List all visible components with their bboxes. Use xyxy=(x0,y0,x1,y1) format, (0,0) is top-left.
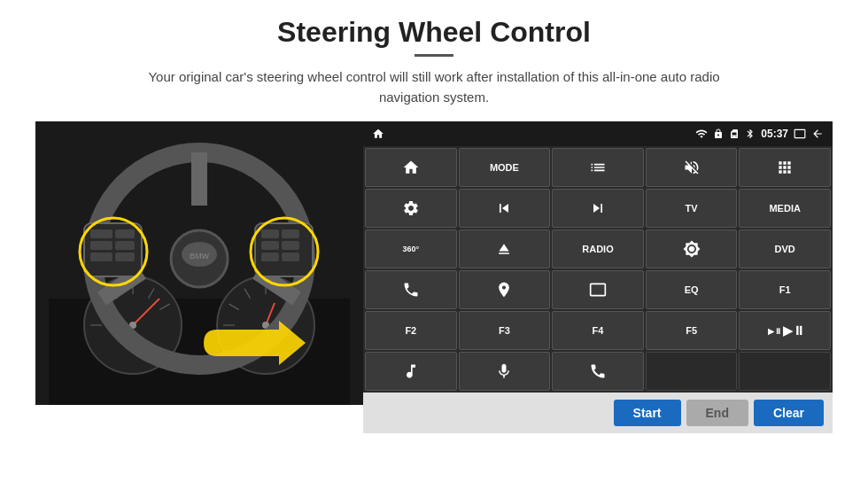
lock-icon xyxy=(713,128,724,139)
svg-rect-35 xyxy=(282,229,299,238)
svg-rect-37 xyxy=(282,241,299,250)
empty-btn-2 xyxy=(739,352,831,391)
f4-button[interactable]: F4 xyxy=(552,311,644,350)
apps-button[interactable] xyxy=(739,148,831,187)
bottom-bar: Start End Clear xyxy=(363,393,833,433)
f2-button[interactable]: F2 xyxy=(365,311,457,350)
phone-button[interactable] xyxy=(365,270,457,309)
svg-rect-28 xyxy=(90,241,112,250)
music-button[interactable] xyxy=(365,352,457,391)
svg-rect-30 xyxy=(115,229,135,238)
button-grid: MODE TV xyxy=(363,146,833,393)
svg-rect-34 xyxy=(261,229,279,238)
screen-icon xyxy=(794,128,806,140)
title-divider xyxy=(415,54,453,57)
status-bar-left xyxy=(372,128,384,140)
screen-fit-button[interactable] xyxy=(552,270,644,309)
page-subtitle: Your original car's steering wheel contr… xyxy=(133,67,735,107)
clear-button[interactable]: Clear xyxy=(754,400,824,426)
mode-button[interactable]: MODE xyxy=(459,148,551,187)
dvd-button[interactable]: DVD xyxy=(739,229,831,268)
home-status-icon xyxy=(372,128,384,140)
svg-rect-36 xyxy=(261,241,279,250)
empty-btn-1 xyxy=(646,352,738,391)
end-button[interactable]: End xyxy=(686,400,748,426)
play-pause-button[interactable]: ▶⏸ ▶⏸ xyxy=(739,311,831,350)
brightness-button[interactable] xyxy=(646,229,738,268)
svg-text:▶⏸: ▶⏸ xyxy=(767,327,781,336)
svg-rect-39 xyxy=(282,253,299,261)
status-bar: 05:37 xyxy=(363,121,833,146)
page-title: Steering Wheel Control xyxy=(277,16,591,49)
f5-button[interactable]: F5 xyxy=(646,311,738,350)
radio-button[interactable]: RADIO xyxy=(552,229,644,268)
wifi-icon xyxy=(695,128,708,140)
tv-button[interactable]: TV xyxy=(646,189,738,228)
f3-button[interactable]: F3 xyxy=(459,311,551,350)
svg-rect-38 xyxy=(261,253,279,261)
settings-button[interactable] xyxy=(365,189,457,228)
eject-button[interactable] xyxy=(459,229,551,268)
mic-button[interactable] xyxy=(459,352,551,391)
prev-button[interactable] xyxy=(459,189,551,228)
next-button[interactable] xyxy=(552,189,644,228)
list-button[interactable] xyxy=(552,148,644,187)
svg-rect-32 xyxy=(115,253,135,261)
back-arrow-icon xyxy=(811,128,824,140)
f1-button[interactable]: F1 xyxy=(739,270,831,309)
bluetooth-icon xyxy=(745,128,756,139)
eq-button[interactable]: EQ xyxy=(646,270,738,309)
media-button[interactable]: MEDIA xyxy=(739,189,831,228)
status-bar-right: 05:37 xyxy=(695,128,824,140)
svg-rect-27 xyxy=(90,229,112,238)
mute-button[interactable] xyxy=(646,148,738,187)
svg-text:BMW: BMW xyxy=(190,252,210,260)
start-button[interactable]: Start xyxy=(614,400,681,426)
steering-wheel-image: BMW xyxy=(35,121,363,405)
svg-rect-31 xyxy=(115,241,135,250)
nav-button[interactable] xyxy=(459,270,551,309)
radio-panel: 05:37 MODE xyxy=(363,121,833,433)
cam360-button[interactable]: 360° xyxy=(365,229,457,268)
svg-rect-29 xyxy=(90,253,112,261)
home-button[interactable] xyxy=(365,148,457,187)
sim-icon xyxy=(729,128,740,139)
status-time: 05:37 xyxy=(761,128,788,140)
call-end-button[interactable] xyxy=(552,352,644,391)
